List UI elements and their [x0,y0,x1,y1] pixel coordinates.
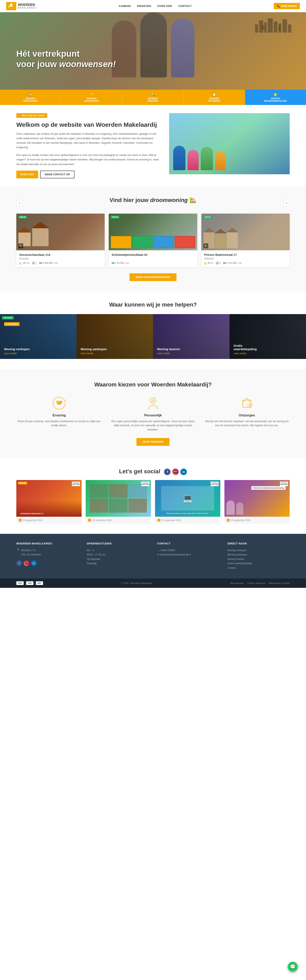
over-ons-button[interactable]: OVER ONS [16,170,38,178]
phone-number: 0348-416845 [281,5,296,8]
footer-linkedin-icon[interactable]: in [31,560,37,566]
site-footer: WOERDEN MAKELAARDIJ 📍 Westdam 7 A 3441 B… [0,534,306,579]
nav-diensten[interactable]: DIENSTEN [137,5,151,8]
property-image-2: NIEUW [109,213,197,250]
property-location-1: Woerden [19,257,102,260]
social-post-image-1: GROENIGE OMGEVING 17 nieuw! WOERDENMAKEL… [16,480,81,517]
social-post-3[interactable]: 💻 Verward waar je aanvraag op Funda afst… [155,480,220,523]
service-link-2[interactable]: Lees verder [81,352,93,355]
social-post-1[interactable]: GROENIGE OMGEVING 17 nieuw! WOERDENMAKEL… [16,480,81,523]
footer-opening-line3: Op afspraak [87,557,149,562]
why-icon-ontzorgen: ✓ [240,396,254,410]
property-rooms-3: 🪟 9 [216,262,220,264]
service-link-4[interactable]: Lees verder [234,352,246,355]
why-title-persoonlijk: Persoonlijk [110,414,196,417]
service-card-waardebepaling[interactable]: Gratiswaardebepaling Lees verder [230,314,306,359]
nav-contact[interactable]: CONTACT [178,5,192,8]
service-card-aankopen[interactable]: Woning aankopen Lees verder [76,314,153,359]
intro-people [173,146,285,170]
property-price-1: 💶 € 850.000,- k.k. [39,262,58,264]
property-location-2 [112,257,194,260]
svg-text:🤝: 🤝 [56,399,63,406]
footer-email[interactable]: ✉ info@woerdenmakelaardij.nl [157,552,219,557]
footer-link-aankopen[interactable]: Woning aankopen [228,552,290,557]
footer-zopsite-link[interactable]: Website door Zopsite [268,582,290,584]
footer-link-contact[interactable]: Contact [228,566,290,570]
footer-link-verkopen[interactable]: Woning verkopen [228,548,290,553]
footer-bottom-links: Alle woningen Privacy statement Website … [230,582,290,584]
property-card-3[interactable]: NIEUW F Prinses Beatrixstraat 17 Woerden… [201,213,290,267]
property-name-1: Vossenschanslaan 114 [19,253,102,256]
social-date-3: 21 september 2024 [155,517,220,523]
property-card-1[interactable]: NIEUW C Vossenschanslaan 114 Woerden 📐 1… [16,213,105,267]
hero-headline: Hét vertrekpunt voor jouw woonwensen! [16,49,116,69]
service-title-4: Gratiswaardebepaling [234,344,257,351]
intro-body-2: Een open en eerlijk contact met onze opd… [16,153,161,166]
qa-verkopen[interactable]: 🏠 WONINGVERKOPEN? [0,90,61,105]
facebook-icon[interactable]: f [164,469,171,475]
footer-instagram-icon[interactable]: 📷 [24,560,29,566]
why-title-ervaring: Ervaring [16,414,102,417]
property-label-3: F [203,243,208,248]
svg-text:✓: ✓ [249,404,251,407]
nav-over-ons[interactable]: OVER ONS [157,5,172,8]
logo-rmt: RMT [36,581,43,585]
qa-aankopen[interactable]: 🔑 WONINGAANKOPEN? [61,90,123,105]
instagram-icon[interactable]: 📷 [172,469,179,475]
social-post-2[interactable]: WOERDENMAKELAARDIJ 22 september 2024 [86,480,151,523]
properties-section: ‹ Vind hier jouw droomwoning 🏡 › NIEUW [0,186,306,291]
property-card-2[interactable]: NIEUW Schimmelpennincklaan 53 💶 € 45.000… [109,213,197,267]
services-title: Waar kunnen wij je mee helpen? [0,301,306,308]
contact-button[interactable]: NEEM CONTACT OP [40,170,75,178]
property-label-1: C [18,243,23,248]
service-link-3[interactable]: Lees verder [157,352,170,355]
intro-badge[interactable]: 🏠 Wat is mijn huis waard? [16,113,47,118]
footer-privacy-link[interactable]: Privacy statement [247,582,265,584]
social-title: Let's get social f 📷 in [16,468,290,475]
property-location-3: Woerden [204,257,287,260]
property-meta-1: 📐 181 m² 🪟 7 💶 € 850.000,- k.k. [19,262,102,264]
qa-taxeren[interactable]: 📋 WONINGTAXEREN? [184,90,245,105]
footer-link-zoeken[interactable]: Woning zoeken [228,557,290,562]
logo[interactable]: W WOERDEN MAKELAARDIJ [6,2,37,10]
intro-buttons: OVER ONS NEEM CONTACT OP [16,170,161,178]
properties-prev-arrow[interactable]: ‹ [16,200,22,206]
intro-title-pre: Welkom [16,121,41,128]
qa-zoeken[interactable]: 🔍 WONINGZOEKEN? [123,90,183,105]
properties-title-em: droomwoning [150,197,188,203]
property-rooms-1: 🪟 7 [32,262,37,264]
why-title: Waarom kiezen voor Woerden Makelaardij? [16,381,290,388]
footer-alle-woningen-link[interactable]: Alle woningen [230,582,244,584]
nav-aanbod[interactable]: AANBOD [118,5,131,8]
linkedin-icon[interactable]: in [180,469,187,475]
social-posts-grid: GROENIGE OMGEVING 17 nieuw! WOERDENMAKEL… [16,480,290,523]
social-icons-row: f 📷 in [164,469,187,475]
footer-opening-line4: Zaterdag [87,562,149,566]
social-badge-1: nieuw! [18,482,27,485]
properties-next-arrow[interactable]: › [284,200,290,206]
qa-waardebepaling[interactable]: ⭐ GRATISWAARDEBEPALING [245,90,306,105]
why-more-area: MEER REDENEN [16,438,290,446]
badge-text: Wat is mijn huis waard? [22,115,45,116]
properties-title-pre: Vind hier jouw [110,197,150,203]
more-properties-button[interactable]: MEER (DROOM)WONINGEN [129,273,176,281]
footer-phone[interactable]: 📞 0348-416845 [157,548,219,553]
phone-icon: 📞 [277,5,280,8]
social-logo-1: WOERDENMAKELAARDIJ [72,482,80,486]
service-card-taxeren[interactable]: Woning taxeren Lees verder [153,314,230,359]
service-content-1: Woning verkopen Lees verder [4,347,30,355]
why-more-button[interactable]: MEER REDENEN [137,438,170,446]
property-image-1: NIEUW C [16,213,105,250]
more-properties-area: MEER (DROOM)WONINGEN [16,273,290,281]
service-card-verkopen[interactable]: TE KOOP 🏷 WOERDEN Woning verkopen Lees v… [0,314,76,359]
footer-facebook-icon[interactable]: f [16,560,22,566]
social-post-4[interactable]: Check nu de waarde van jouw woning WOERD… [225,480,290,523]
property-info-2: Schimmelpennincklaan 53 💶 € 45.000,- k.k… [109,250,197,267]
why-icon-persoonlijk [146,396,160,410]
footer-link-waardebepaling[interactable]: Gratis waardebepaling [228,562,290,566]
service-content-3: Woning taxeren Lees verder [157,347,180,355]
property-badge-3: NIEUW [203,216,212,218]
phone-button[interactable]: 📞 0348-416845 [274,3,300,9]
social-caption-3: Verward waar je aanvraag op Funda afstui… [157,512,218,515]
service-link-1[interactable]: Lees verder [4,352,17,355]
